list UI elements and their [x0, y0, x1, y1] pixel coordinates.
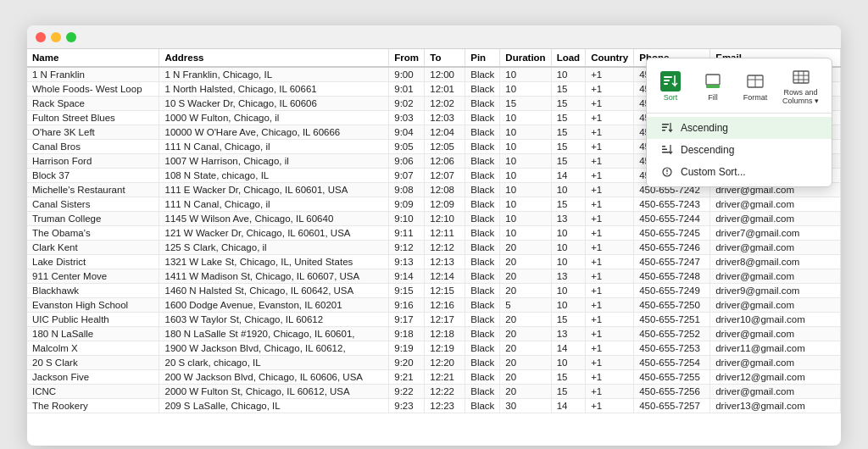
table-row[interactable]: Lake District1321 W Lake St, Chicago, IL… [27, 255, 841, 269]
table-cell: driver@gmail.com [710, 269, 841, 284]
custom-sort-menu-item[interactable]: Custom Sort... [647, 161, 832, 183]
fill-toolbar-button[interactable]: Fill [698, 71, 728, 102]
table-cell: 9:00 [389, 67, 425, 82]
table-cell: 450-655-7253 [634, 341, 710, 356]
table-cell: 13 [551, 327, 585, 341]
table-cell: +1 [586, 197, 634, 212]
table-cell: 450-655-7257 [634, 399, 710, 413]
table-cell: 450-655-7250 [634, 298, 710, 313]
table-cell: +1 [586, 313, 634, 327]
table-row[interactable]: The Obama's121 W Wacker Dr, Chicago, IL … [27, 226, 841, 241]
table-cell: +1 [586, 226, 634, 241]
minimize-button[interactable] [51, 32, 61, 42]
table-cell: 450-655-7246 [634, 241, 710, 255]
table-cell: Harrison Ford [27, 154, 159, 169]
table-cell: 10 [551, 284, 585, 298]
table-cell: 209 S LaSalle, Chicago, IL [159, 399, 389, 413]
table-cell: 10 [500, 183, 551, 197]
col-header-from[interactable]: From [389, 49, 425, 67]
table-cell: 10 [500, 154, 551, 169]
col-header-to[interactable]: To [425, 49, 465, 67]
table-cell: 911 Center Move [27, 269, 159, 284]
table-cell: 10 [500, 169, 551, 183]
table-cell: 12:03 [425, 111, 465, 125]
table-cell: 15 [551, 197, 585, 212]
table-row[interactable]: Truman College1145 W Wilson Ave, Chicago… [27, 212, 841, 226]
sort-label: Sort [664, 93, 678, 102]
table-cell: 13 [551, 269, 585, 284]
table-cell: 20 [500, 327, 551, 341]
table-row[interactable]: Jackson Five200 W Jackson Blvd, Chicago,… [27, 370, 841, 385]
table-cell: 1 N Franklin, Chicago, IL [159, 67, 389, 82]
maximize-button[interactable] [66, 32, 76, 42]
table-cell: 20 [500, 241, 551, 255]
table-cell: 9:02 [389, 97, 425, 111]
table-row[interactable]: Evanston High School1600 Dodge Avenue, E… [27, 298, 841, 313]
table-cell: 9:08 [389, 183, 425, 197]
table-cell: 9:20 [389, 356, 425, 370]
col-header-pin[interactable]: Pin [465, 49, 500, 67]
table-row[interactable]: UIC Public Health1603 W Taylor St, Chica… [27, 313, 841, 327]
table-cell: 10 [500, 212, 551, 226]
table-row[interactable]: Blackhawk1460 N Halsted St, Chicago, IL … [27, 284, 841, 298]
table-cell: 10 [500, 226, 551, 241]
table-cell: 9:01 [389, 82, 425, 97]
traffic-lights [36, 32, 76, 42]
table-cell: driver@gmail.com [710, 385, 841, 399]
table-cell: Black [465, 140, 500, 154]
table-cell: 20 [500, 269, 551, 284]
table-row[interactable]: 911 Center Move1411 W Madison St, Chicag… [27, 269, 841, 284]
col-header-duration[interactable]: Duration [500, 49, 551, 67]
table-cell: Canal Bros [27, 140, 159, 154]
svg-point-21 [666, 173, 668, 175]
table-cell: driver7@gmail.com [710, 226, 841, 241]
table-cell: 12:05 [425, 140, 465, 154]
table-cell: driver@gmail.com [710, 356, 841, 370]
col-header-country[interactable]: Country [586, 49, 634, 67]
table-row[interactable]: 20 S Clark20 S clark, chicago, IL9:2012:… [27, 356, 841, 370]
table-cell: 450-655-7252 [634, 327, 710, 341]
col-header-address[interactable]: Address [159, 49, 389, 67]
table-cell: 10 [551, 67, 585, 82]
table-cell: 9:06 [389, 154, 425, 169]
svg-rect-8 [793, 71, 809, 83]
table-cell: 450-655-7255 [634, 370, 710, 385]
table-cell: 9:03 [389, 111, 425, 125]
table-row[interactable]: 180 N LaSalle180 N LaSalle St #1920, Chi… [27, 327, 841, 341]
format-toolbar-button[interactable]: Format [740, 71, 771, 102]
table-cell: 20 [500, 356, 551, 370]
table-cell: 1 N Franklin [27, 67, 159, 82]
table-cell: +1 [586, 370, 634, 385]
table-cell: 12:16 [425, 298, 465, 313]
table-cell: 12:07 [425, 169, 465, 183]
col-header-name[interactable]: Name [27, 49, 159, 67]
table-cell: Black [465, 169, 500, 183]
rows-cols-toolbar-button[interactable]: Rows andColumns ▾ [782, 67, 819, 106]
table-cell: 9:23 [389, 399, 425, 413]
table-cell: 121 W Wacker Dr, Chicago, IL 60601, USA [159, 226, 389, 241]
table-cell: 12:04 [425, 125, 465, 140]
table-cell: 14 [551, 399, 585, 413]
table-cell: 9:13 [389, 255, 425, 269]
table-row[interactable]: The Rookery209 S LaSalle, Chicago, IL9:2… [27, 399, 841, 413]
close-button[interactable] [36, 32, 46, 42]
table-cell: Black [465, 67, 500, 82]
col-header-load[interactable]: Load [551, 49, 585, 67]
table-cell: 15 [551, 313, 585, 327]
table-row[interactable]: Malcolm X1900 W Jackson Blvd, Chicago, I… [27, 341, 841, 356]
table-cell: ICNC [27, 385, 159, 399]
table-cell: 30 [500, 399, 551, 413]
table-cell: 12:18 [425, 327, 465, 341]
table-cell: +1 [586, 97, 634, 111]
custom-sort-icon [660, 165, 674, 179]
sort-toolbar-button[interactable]: Sort [655, 71, 686, 102]
table-cell: 1007 W Harrison, Chicago, il [159, 154, 389, 169]
table-row[interactable]: Canal Sisters111 N Canal, Chicago, il9:0… [27, 197, 841, 212]
table-row[interactable]: ICNC2000 W Fulton St, Chicago, IL 60612,… [27, 385, 841, 399]
table-cell: 1411 W Madison St, Chicago, IL 60607, US… [159, 269, 389, 284]
table-cell: 20 [500, 284, 551, 298]
table-row[interactable]: Clark Kent125 S Clark, Chicago, il9:1212… [27, 241, 841, 255]
descending-menu-item[interactable]: Descending [647, 139, 832, 161]
rows-cols-icon [791, 67, 811, 87]
ascending-menu-item[interactable]: Ascending [647, 117, 832, 139]
